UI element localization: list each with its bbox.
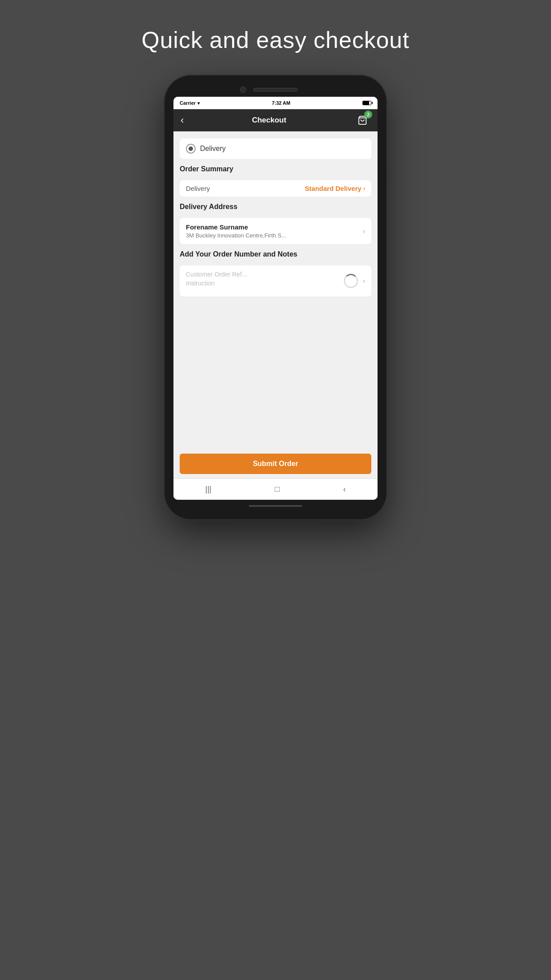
navigation-bar: ‹ Checkout 2	[173, 109, 378, 131]
home-icon[interactable]: □	[275, 485, 280, 494]
volume-button-left	[163, 146, 165, 160]
notes-chevron-icon: ›	[363, 277, 365, 285]
order-summary-header: Order Summary	[180, 165, 371, 173]
phone-screen: Carrier ▾ 7:32 AM ‹ Checkout 2	[173, 97, 378, 500]
status-bar-left: Carrier ▾	[180, 100, 200, 106]
front-camera	[240, 87, 246, 93]
cart-button[interactable]: 2	[354, 112, 370, 128]
delivery-option-row[interactable]: Delivery	[180, 138, 371, 159]
order-summary-card: Delivery Standard Delivery ›	[180, 180, 371, 197]
spacer	[180, 302, 371, 442]
power-button-right	[386, 164, 388, 186]
phone-bottom-bar	[173, 500, 378, 510]
carrier-label: Carrier	[180, 100, 196, 106]
page-title: Quick and easy checkout	[142, 27, 409, 53]
speaker-grille	[253, 88, 298, 91]
phone-top-bar	[173, 84, 378, 97]
notes-card[interactable]: Customer Order Ref... Instruction ›	[180, 265, 371, 296]
back-button[interactable]: ‹	[181, 115, 184, 126]
content-inner: Delivery Order Summary Delivery Standard…	[173, 131, 378, 449]
status-bar-right	[362, 101, 371, 105]
address-line: 3M Buckley Innovation Centre,Firth S...	[186, 232, 363, 239]
status-time: 7:32 AM	[272, 100, 291, 106]
notes-placeholder-2: Instruction	[186, 280, 365, 287]
chevron-right-icon: ›	[363, 185, 365, 192]
status-bar: Carrier ▾ 7:32 AM	[173, 97, 378, 109]
submit-order-button[interactable]: Submit Order	[180, 454, 371, 474]
battery-icon	[362, 101, 371, 105]
standard-delivery-label: Standard Delivery	[305, 185, 362, 192]
delivery-summary-value: Standard Delivery ›	[305, 185, 365, 192]
loading-spinner	[344, 274, 358, 288]
delivery-address-header: Delivery Address	[180, 203, 371, 211]
cart-badge: 2	[364, 111, 372, 119]
address-card[interactable]: Forename Surname 3M Buckley Innovation C…	[180, 218, 371, 244]
bottom-navigation: ||| □ ‹	[173, 478, 378, 500]
radio-selected-indicator	[189, 146, 193, 151]
delivery-option-label: Delivery	[200, 145, 226, 153]
address-info: Forename Surname 3M Buckley Innovation C…	[186, 223, 363, 239]
notes-content: Customer Order Ref... Instruction	[186, 271, 365, 288]
notes-placeholder-1: Customer Order Ref...	[186, 271, 365, 278]
home-indicator	[249, 505, 302, 507]
submit-button-area: Submit Order	[173, 449, 378, 478]
phone-shell: Carrier ▾ 7:32 AM ‹ Checkout 2	[165, 75, 386, 519]
battery-fill	[363, 101, 369, 105]
menu-icon[interactable]: |||	[205, 485, 212, 494]
delivery-radio[interactable]	[186, 144, 196, 154]
wifi-icon: ▾	[197, 101, 200, 106]
nav-title: Checkout	[252, 116, 286, 125]
address-chevron-icon: ›	[363, 227, 365, 235]
delivery-summary-label: Delivery	[186, 185, 210, 192]
main-content: Delivery Order Summary Delivery Standard…	[173, 131, 378, 500]
delivery-summary-row[interactable]: Delivery Standard Delivery ›	[180, 180, 371, 197]
address-name: Forename Surname	[186, 223, 363, 231]
notes-header: Add Your Order Number and Notes	[180, 250, 371, 258]
nav-back-icon[interactable]: ‹	[343, 485, 346, 494]
